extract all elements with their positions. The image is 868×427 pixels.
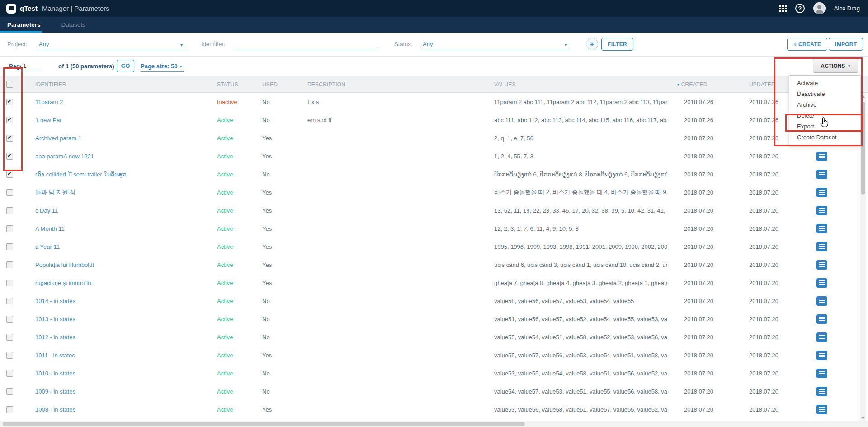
tab-datasets[interactable]: Datasets <box>61 21 85 28</box>
identifier-link[interactable]: 들과 팀 지원 직 <box>35 189 75 195</box>
row-checkbox[interactable] <box>6 261 13 268</box>
project-select[interactable]: Any ▾ <box>39 38 185 50</box>
identifier-link[interactable]: 1011 - in states <box>35 352 75 359</box>
table-row: 1012 - in statesActiveNovalue55, value54… <box>0 328 868 346</box>
page-count-text: of 1 (50 parameters) <box>58 63 114 70</box>
menu-lines-icon <box>819 393 825 394</box>
page-size-select[interactable]: Page size: 50 ▾ <box>141 61 184 72</box>
row-actions-button[interactable] <box>816 188 827 197</box>
table-row: A Month 11ActiveYes12, 2, 3, 1, 7, 6, 11… <box>0 219 868 237</box>
values-list: value54, value57, value53, value51, valu… <box>488 388 667 395</box>
row-checkbox[interactable] <box>6 207 13 214</box>
identifier-link[interactable]: ເອົາ collided ມີ semi trailer ໃນອັນສຸດ <box>35 171 127 178</box>
values-list: value51, value56, value57, value52, valu… <box>488 316 667 323</box>
row-checkbox[interactable] <box>6 388 13 395</box>
page-input[interactable] <box>21 61 43 71</box>
updated-date: 2018.07.20 <box>732 153 800 160</box>
row-actions-button[interactable] <box>816 351 827 360</box>
row-actions-button[interactable] <box>816 278 827 288</box>
menu-lines-icon <box>819 389 825 390</box>
identifier-link[interactable]: 1010 - in states <box>35 370 75 377</box>
row-actions-button[interactable] <box>816 260 827 270</box>
used-value: Yes <box>256 207 301 214</box>
table-row: 1008 - in statesActiveYesvalue53, value5… <box>0 400 868 418</box>
identifier-link[interactable]: 1009 - in states <box>35 388 75 395</box>
row-checkbox[interactable] <box>6 298 13 304</box>
row-checkbox[interactable] <box>6 280 13 286</box>
column-header-used[interactable]: USED <box>256 81 301 88</box>
scroll-down-icon[interactable] <box>861 417 865 419</box>
horizontal-scrollbar-thumb[interactable] <box>3 422 525 426</box>
column-header-created[interactable]: ▾ CREATED <box>667 81 732 88</box>
created-date: 2018.07.20 <box>667 334 732 341</box>
row-checkbox[interactable] <box>6 406 13 413</box>
used-value: Yes <box>256 189 301 196</box>
identifier-link[interactable]: rugăciune și imnuri în <box>35 280 91 286</box>
apps-grid-icon[interactable] <box>779 5 787 12</box>
identifier-link[interactable]: Populația lui Humboldt <box>35 261 94 268</box>
row-actions-button[interactable] <box>816 170 827 179</box>
created-date: 2018.07.20 <box>667 388 732 395</box>
table-row: rugăciune și imnuri înActiveYesgheață 7,… <box>0 274 868 292</box>
identifier-link[interactable]: A Month 11 <box>35 225 65 232</box>
horizontal-scrollbar[interactable] <box>0 421 868 427</box>
avatar[interactable] <box>813 2 826 14</box>
row-checkbox[interactable] <box>6 243 13 250</box>
annotation-box-checkboxes <box>3 67 23 171</box>
updated-date: 2018.07.20 <box>732 370 800 377</box>
menu-lines-icon <box>819 373 825 374</box>
add-filter-button[interactable]: + <box>586 38 598 50</box>
identifier-link[interactable]: 1012 - in states <box>35 334 75 341</box>
row-checkbox[interactable] <box>6 225 13 232</box>
updated-date: 2018.07.20 <box>732 280 800 286</box>
row-actions-button[interactable] <box>816 405 827 414</box>
column-header-values[interactable]: VALUES <box>488 81 667 88</box>
tab-parameters[interactable]: Parameters <box>7 21 41 28</box>
column-header-status[interactable]: STATUS <box>211 81 256 88</box>
menu-lines-icon <box>819 409 825 410</box>
identifier-link[interactable]: c Day 11 <box>35 207 58 214</box>
row-actions-button[interactable] <box>816 152 827 161</box>
identifier-link[interactable]: 11param 2 <box>35 99 63 105</box>
row-actions-button[interactable] <box>816 242 827 251</box>
status-badge: Active <box>217 135 233 142</box>
row-actions-button[interactable] <box>816 387 827 396</box>
identifier-link[interactable]: Archived param 1 <box>35 135 81 142</box>
row-actions-button[interactable] <box>816 206 827 215</box>
row-checkbox[interactable] <box>6 189 13 196</box>
row-checkbox[interactable] <box>6 316 13 323</box>
menu-lines-icon <box>819 280 825 281</box>
row-actions-button[interactable] <box>816 332 827 342</box>
column-header-description[interactable]: DESCRIPTION <box>301 81 488 88</box>
row-checkbox[interactable] <box>6 171 13 178</box>
column-header-identifier[interactable]: IDENTIFIER <box>29 81 211 88</box>
row-actions-button[interactable] <box>816 369 827 378</box>
identifier-link[interactable]: aaa paramA new 1221 <box>35 153 94 160</box>
row-checkbox[interactable] <box>6 352 13 359</box>
help-icon[interactable]: ? <box>795 4 805 13</box>
user-name[interactable]: Alex Drag <box>834 5 860 12</box>
identifier-input[interactable] <box>235 41 375 47</box>
menu-lines-icon <box>819 172 825 173</box>
updated-date: 2018.07.20 <box>732 189 800 196</box>
go-button[interactable]: GO <box>117 60 134 72</box>
table-row: 1013 - in statesActiveNovalue51, value56… <box>0 310 868 328</box>
identifier-link[interactable]: 1014 - in states <box>35 298 75 304</box>
row-checkbox[interactable] <box>6 370 13 377</box>
row-actions-button[interactable] <box>816 224 827 233</box>
row-checkbox[interactable] <box>6 334 13 341</box>
row-actions-button[interactable] <box>816 296 827 306</box>
import-button[interactable]: IMPORT <box>829 38 863 51</box>
identifier-link[interactable]: 1013 - in states <box>35 316 75 323</box>
status-badge: Active <box>217 207 233 214</box>
create-button[interactable]: + CREATE <box>787 38 827 51</box>
status-select[interactable]: Any ▾ <box>423 38 570 50</box>
identifier-link[interactable]: a Year 11 <box>35 243 60 250</box>
filter-button[interactable]: FILTER <box>601 38 633 51</box>
updated-date: 2018.07.20 <box>732 316 800 323</box>
identifier-link[interactable]: 1 new Par <box>35 117 62 123</box>
identifier-link[interactable]: 1008 - in states <box>35 406 75 413</box>
menu-lines-icon <box>819 176 825 176</box>
used-value: No <box>256 370 301 377</box>
row-actions-button[interactable] <box>816 314 827 324</box>
